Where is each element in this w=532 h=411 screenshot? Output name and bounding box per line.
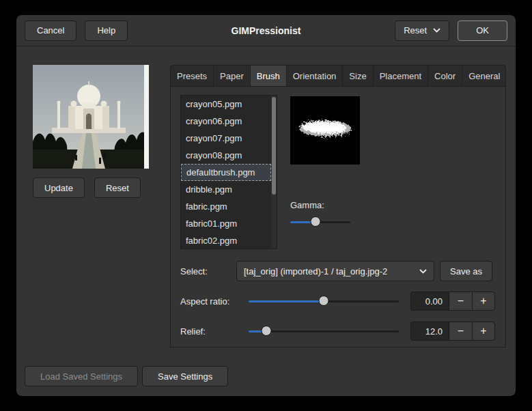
tab-bar: PresetsPaperBrushOrientationSizePlacemen… xyxy=(170,65,506,86)
brush-file-item[interactable]: defaultbrush.pgm xyxy=(181,164,271,181)
tab-placement[interactable]: Placement xyxy=(374,66,428,86)
brush-tab-content: crayon05.pgmcrayon06.pgmcrayon07.pgmcray… xyxy=(170,86,506,348)
footer-bar: Load Saved Settings Save Settings xyxy=(16,356,516,396)
brush-preview-image xyxy=(290,96,360,165)
relief-row: Relief: 12.0 − + xyxy=(180,321,496,341)
scrollbar[interactable] xyxy=(271,96,277,249)
brush-file-item[interactable]: dribble.pgm xyxy=(181,181,271,198)
relief-increment-button[interactable]: + xyxy=(472,322,495,341)
aspect-ratio-increment-button[interactable]: + xyxy=(472,292,495,311)
scrollbar-thumb[interactable] xyxy=(272,97,276,195)
tab-color[interactable]: Color xyxy=(428,66,462,86)
aspect-ratio-label: Aspect ratio: xyxy=(180,296,249,307)
reset-dropdown-button[interactable]: Reset xyxy=(395,20,449,41)
tab-paper[interactable]: Paper xyxy=(214,66,251,86)
brush-file-item[interactable]: crayon08.pgm xyxy=(181,147,271,164)
brush-file-item[interactable]: fabric01.pgm xyxy=(181,215,271,232)
gamma-label: Gamma: xyxy=(290,200,360,210)
relief-value[interactable]: 12.0 xyxy=(410,322,449,341)
preview-image xyxy=(33,65,149,169)
tab-size[interactable]: Size xyxy=(343,66,373,86)
tab-orientation[interactable]: Orientation xyxy=(287,66,344,86)
aspect-ratio-slider-knob[interactable] xyxy=(319,296,329,306)
relief-spinner: 12.0 − + xyxy=(410,322,495,341)
brush-file-item[interactable]: fabric.pgm xyxy=(181,198,271,215)
header-bar: Cancel Help GIMPressionist Reset OK xyxy=(16,15,516,46)
brush-file-list-items: crayon05.pgmcrayon06.pgmcrayon07.pgmcray… xyxy=(181,96,271,249)
preview-reset-button[interactable]: Reset xyxy=(94,178,141,198)
relief-decrement-button[interactable]: − xyxy=(449,322,472,341)
brush-file-list: crayon05.pgmcrayon06.pgmcrayon07.pgmcray… xyxy=(180,95,277,249)
brush-source-value: [taj_orig] (imported)-1 / taj_orig.jpg-2 xyxy=(244,266,387,277)
brush-file-item[interactable]: crayon05.pgm xyxy=(181,96,271,113)
header-left: Cancel Help xyxy=(25,20,128,41)
chevron-down-icon xyxy=(419,269,427,274)
preview-panel: Update Reset xyxy=(27,46,160,356)
brush-top-section: crayon05.pgmcrayon06.pgmcrayon07.pgmcray… xyxy=(180,95,496,249)
update-button[interactable]: Update xyxy=(33,178,85,198)
aspect-ratio-value[interactable]: 0.00 xyxy=(410,292,449,311)
aspect-ratio-slider-fill xyxy=(249,300,324,302)
aspect-ratio-spinner: 0.00 − + xyxy=(410,292,495,311)
help-button[interactable]: Help xyxy=(85,20,128,41)
select-row: Select: [taj_orig] (imported)-1 / taj_or… xyxy=(180,261,496,281)
tab-presets[interactable]: Presets xyxy=(171,66,214,86)
ok-button[interactable]: OK xyxy=(458,20,507,41)
brush-file-item[interactable]: crayon06.pgm xyxy=(181,113,271,130)
main-area: Update Reset PresetsPaperBrushOrientatio… xyxy=(16,46,516,356)
relief-slider[interactable] xyxy=(249,326,399,337)
aspect-ratio-decrement-button[interactable]: − xyxy=(449,292,472,311)
tab-brush[interactable]: Brush xyxy=(251,66,287,86)
brush-file-item[interactable]: crayon07.pgm xyxy=(181,130,271,147)
brush-preview-stack: Gamma: xyxy=(290,95,360,249)
relief-label: Relief: xyxy=(180,326,249,337)
select-label: Select: xyxy=(180,266,236,277)
gimpressionist-dialog: Cancel Help GIMPressionist Reset OK xyxy=(16,15,516,396)
save-as-button[interactable]: Save as xyxy=(440,261,492,281)
chevron-down-icon xyxy=(433,28,440,33)
gamma-slider-knob[interactable] xyxy=(310,216,320,227)
relief-slider-knob[interactable] xyxy=(262,326,272,336)
preview-buttons: Update Reset xyxy=(33,178,160,198)
settings-notebook: PresetsPaperBrushOrientationSizePlacemen… xyxy=(170,65,506,356)
load-saved-settings-button[interactable]: Load Saved Settings xyxy=(25,366,138,386)
brush-source-select[interactable]: [taj_orig] (imported)-1 / taj_orig.jpg-2 xyxy=(236,261,434,281)
header-right: Reset OK xyxy=(395,20,507,41)
reset-dropdown-label: Reset xyxy=(404,25,427,36)
gamma-slider[interactable] xyxy=(290,216,350,227)
save-settings-button[interactable]: Save Settings xyxy=(142,366,228,386)
brush-file-item[interactable]: fabric02.pgm xyxy=(181,232,271,249)
cancel-button[interactable]: Cancel xyxy=(25,20,76,41)
aspect-ratio-slider[interactable] xyxy=(249,296,399,307)
tab-general[interactable]: General xyxy=(462,66,506,86)
aspect-ratio-row: Aspect ratio: 0.00 − + xyxy=(180,291,496,311)
